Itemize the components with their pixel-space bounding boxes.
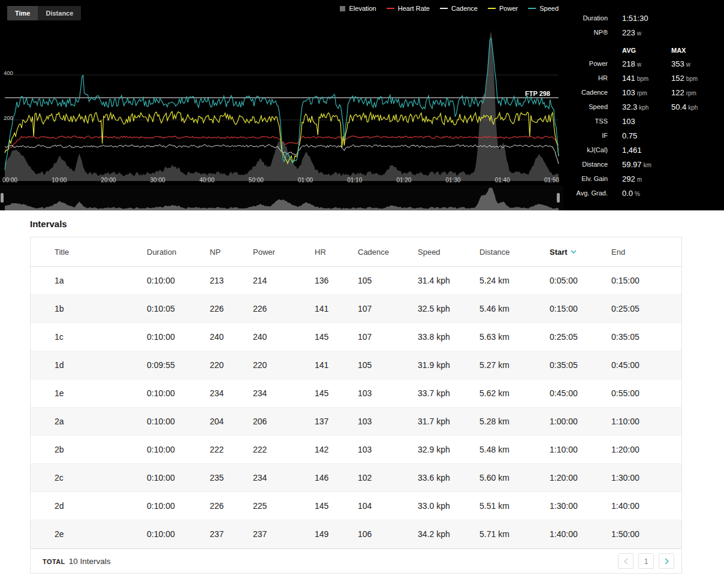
legend-item[interactable]: Cadence [440, 5, 478, 12]
cell-hr: 136 [315, 276, 358, 285]
cell-power: 226 [253, 304, 315, 313]
stat-label: IF [571, 132, 622, 139]
x-tick-label: 01:40 [495, 177, 510, 183]
cell-duration: 0:10:05 [147, 304, 210, 313]
elevation-area [5, 31, 559, 181]
pagination: 1 [618, 553, 674, 569]
cell-hr: 141 [315, 304, 358, 313]
table-row[interactable]: 2b 0:10:00 222 222 142 103 32.9 kph 5.48… [31, 436, 681, 464]
intervals-table-body: 1a 0:10:00 213 214 136 105 31.4 kph 5.24… [31, 267, 681, 548]
stat-label: Avg. Grad. [571, 189, 622, 197]
col-start[interactable]: Start [550, 248, 611, 257]
stat-avg-value: 103rpm [622, 87, 671, 98]
stat-unit: bpm [637, 76, 648, 82]
series-lines [5, 38, 559, 170]
cell-np: 220 [210, 360, 253, 370]
table-row[interactable]: 1d 0:09:55 220 220 141 105 31.9 kph 5.27… [31, 351, 681, 379]
cell-cadence: 105 [358, 360, 418, 370]
cell-end: 0:25:05 [611, 304, 681, 313]
chart-legend: Elevation Heart Rate Cadence Pow [340, 5, 559, 12]
legend-item[interactable]: Power [488, 5, 518, 12]
prev-page-button[interactable] [618, 553, 634, 569]
table-row[interactable]: 1e 0:10:00 234 234 145 103 33.7 kph 5.62… [31, 379, 681, 408]
col-duration[interactable]: Duration [147, 248, 210, 257]
cell-distance: 5.63 km [479, 332, 550, 342]
stat-unit: rpm [637, 90, 647, 97]
col-title[interactable]: Title [55, 248, 147, 257]
cell-power: 220 [253, 360, 315, 370]
col-hr[interactable]: HR [315, 248, 358, 257]
legend-item[interactable]: Elevation [340, 5, 376, 12]
stat-number: 32.3 [622, 102, 637, 111]
col-power[interactable]: Power [253, 248, 315, 257]
stat-unit: w [686, 61, 690, 68]
intervals-section: Intervals Title Duration NP Power HR Cad… [0, 210, 724, 574]
cell-cadence: 107 [358, 304, 418, 313]
table-row[interactable]: 2c 0:10:00 235 234 146 102 33.6 kph 5.60… [31, 464, 681, 492]
stat-number: 50.4 [671, 102, 686, 111]
cell-np: 226 [210, 304, 253, 313]
stats-avgmax-group: Power 218w 353w HR 141bpm [571, 56, 722, 114]
stat-row: TSS 103 [571, 114, 722, 128]
stat-number: 103 [622, 88, 635, 97]
stat-max-value: 122rpm [671, 87, 722, 98]
legend-item[interactable]: Speed [528, 5, 559, 12]
next-page-button[interactable] [659, 553, 674, 569]
scrubber-right-handle[interactable] [557, 193, 560, 203]
x-tick-label: 10:00 [52, 177, 67, 183]
legend-item[interactable]: Heart Rate [387, 5, 430, 12]
table-row[interactable]: 1a 0:10:00 213 214 136 105 31.4 kph 5.24… [31, 267, 681, 295]
cell-title: 1b [55, 304, 147, 313]
cell-distance: 5.51 km [479, 501, 550, 511]
stat-avg-value: 141bpm [622, 73, 671, 83]
cell-start: 1:10:00 [550, 445, 611, 454]
ride-data-chart[interactable] [0, 0, 563, 185]
col-end[interactable]: End [611, 248, 681, 257]
cell-duration: 0:10:00 [147, 417, 210, 426]
cell-start: 1:30:00 [550, 501, 611, 511]
table-row[interactable]: 1c 0:10:00 240 240 145 107 33.8 kph 5.63… [31, 323, 681, 351]
stat-value: 292m [622, 173, 722, 184]
col-speed[interactable]: Speed [418, 248, 479, 257]
cell-distance: 5.27 km [479, 360, 550, 370]
cell-title: 2d [55, 501, 147, 511]
stat-unit: bpm [686, 76, 698, 82]
col-np[interactable]: NP [210, 248, 253, 257]
cell-start: 0:45:00 [550, 388, 611, 398]
stat-max-value: 152bpm [671, 73, 722, 83]
cell-start: 1:20:00 [550, 473, 611, 483]
legend-swatch-icon [528, 8, 536, 9]
col-start-label: Start [550, 248, 568, 257]
cell-distance: 5.46 km [479, 304, 550, 313]
cell-cadence: 103 [358, 445, 418, 454]
cell-cadence: 105 [358, 276, 418, 285]
stat-max-value: 353w [671, 58, 722, 69]
cell-title: 2e [55, 529, 147, 539]
table-row[interactable]: 2d 0:10:00 226 225 145 104 33.0 kph 5.51… [31, 492, 681, 520]
cell-start: 0:15:00 [550, 304, 611, 313]
stat-unit: km [644, 162, 651, 168]
cell-speed: 33.7 kph [418, 388, 479, 398]
x-tick-label: 30:00 [150, 177, 165, 183]
stat-label: TSS [571, 117, 622, 125]
scrubber-left-handle[interactable] [1, 193, 4, 203]
col-distance[interactable]: Distance [479, 248, 550, 257]
table-row[interactable]: 2e 0:10:00 237 237 149 106 34.2 kph 5.71… [31, 520, 681, 548]
table-row[interactable]: 1b 0:10:05 226 226 141 107 32.5 kph 5.46… [31, 295, 681, 323]
chart-scrubber[interactable] [0, 185, 563, 210]
col-cadence[interactable]: Cadence [358, 248, 418, 257]
page-number-button[interactable]: 1 [638, 553, 654, 569]
time-toggle-button[interactable]: Time [7, 6, 38, 20]
stat-label: Speed [571, 103, 622, 110]
minimap-elevation-area [5, 188, 559, 210]
stat-row: Duration 1:51:30 [571, 11, 722, 25]
stat-number: 103 [622, 117, 635, 126]
cell-speed: 33.0 kph [418, 501, 479, 511]
table-row[interactable]: 2a 0:10:00 204 206 137 103 31.7 kph 5.28… [31, 408, 681, 436]
cell-np: 240 [210, 332, 253, 342]
chart-region: Time Distance Elevation Heart Rate [0, 0, 563, 210]
legend-label: Speed [539, 5, 559, 12]
distance-toggle-button[interactable]: Distance [38, 6, 81, 20]
cell-power: 222 [253, 445, 315, 454]
cell-duration: 0:10:00 [147, 473, 210, 483]
